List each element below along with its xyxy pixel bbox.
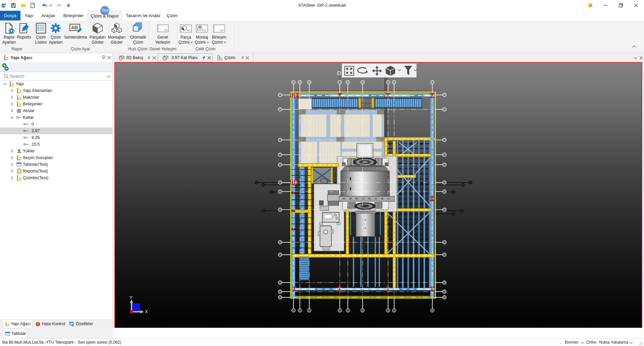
svg-text:3: 3 <box>362 309 363 312</box>
svg-text:B: B <box>279 139 281 141</box>
svg-text:F: F <box>444 296 445 299</box>
svg-text:3: 3 <box>393 81 395 84</box>
svg-text:1: 1 <box>293 81 294 84</box>
svg-text:1: 1 <box>293 309 294 312</box>
svg-text:C: C <box>443 182 445 184</box>
svg-text:B: B <box>444 164 445 166</box>
svg-text:B: B <box>444 139 445 141</box>
svg-text:4: 4 <box>432 81 433 84</box>
svg-text:C: C <box>279 182 281 184</box>
svg-text:1: 1 <box>299 309 301 312</box>
svg-text:A3: A3 <box>187 29 190 32</box>
svg-text:2: 2 <box>338 72 340 75</box>
svg-text:A3: A3 <box>220 29 223 32</box>
svg-text:E: E <box>444 282 445 284</box>
svg-text:Y: Y <box>129 295 132 300</box>
svg-text:2: 2 <box>347 309 348 312</box>
svg-text:2: 2 <box>339 81 340 84</box>
svg-text:3: 3 <box>362 81 363 84</box>
svg-text:D: D <box>279 254 281 256</box>
svg-text:1: 1 <box>309 309 310 312</box>
svg-text:C: C <box>443 191 445 193</box>
svg-text:A: A <box>279 94 281 96</box>
svg-text:A: A <box>444 94 445 96</box>
svg-text:A: A <box>444 108 445 111</box>
svg-text:B: B <box>444 154 445 156</box>
svg-text:1: 1 <box>309 81 310 84</box>
svg-text:2: 2 <box>347 81 348 84</box>
svg-text:E: E <box>279 282 281 284</box>
svg-text:C: C <box>443 209 445 211</box>
svg-text:C: C <box>279 209 281 211</box>
svg-text:B: B <box>279 164 281 166</box>
svg-text:A3: A3 <box>203 29 206 32</box>
svg-text:1: 1 <box>299 81 301 84</box>
svg-text:3: 3 <box>387 81 389 84</box>
svg-text:B: B <box>279 154 281 156</box>
svg-text:A3: A3 <box>164 29 168 32</box>
svg-text:C: C <box>279 191 281 193</box>
svg-text:AB: AB <box>71 25 78 30</box>
svg-text:X: X <box>145 309 148 314</box>
svg-text:A: A <box>279 108 281 111</box>
svg-text:3: 3 <box>393 309 395 312</box>
svg-text:D: D <box>443 241 445 244</box>
svg-text:2: 2 <box>339 309 340 312</box>
svg-text:3: 3 <box>387 309 389 312</box>
svg-text:F: F <box>279 296 281 299</box>
svg-text:D: D <box>279 241 281 244</box>
svg-text:4: 4 <box>432 309 433 312</box>
svg-text:E: E <box>444 291 445 293</box>
svg-text:D: D <box>443 254 445 256</box>
svg-text:E: E <box>279 291 281 293</box>
